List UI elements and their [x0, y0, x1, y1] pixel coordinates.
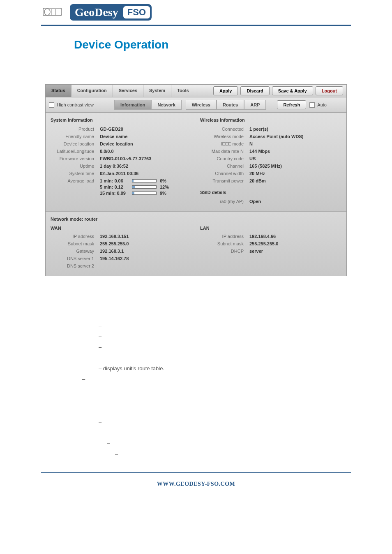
svg-point-1	[44, 9, 50, 15]
load-row: 15 min: 0.09 9%	[100, 191, 169, 196]
refresh-button[interactable]: Refresh	[277, 100, 306, 109]
info-row: Uptime1 day 0:36:52	[51, 164, 192, 169]
network-section: Network mode: router WAN IP address192.1…	[46, 211, 346, 276]
brand-suffix: FSO	[123, 6, 150, 18]
info-row: IP address192.168.4.66	[200, 234, 341, 239]
info-row: Friendly nameDevice name	[51, 134, 192, 139]
wireless-info-column: Wireless information Connected1 peer(s) …	[200, 118, 341, 206]
subtab-network[interactable]: Network	[151, 100, 181, 110]
info-row: System time02-Jan-2011 00:36	[51, 171, 192, 176]
info-row: Gateway192.168.3.1	[51, 249, 192, 254]
description-text: – – – – – displays unit's route table. –…	[74, 289, 318, 459]
lan-column: LAN IP address192.168.4.66 Subnet mask25…	[200, 226, 341, 271]
wan-title: WAN	[51, 226, 192, 231]
load-bar	[132, 185, 157, 189]
high-contrast-toggle[interactable]: High contrast view	[49, 102, 94, 108]
top-buttons: Apply Discard Save & Apply Logout	[210, 85, 346, 97]
sub-tabs-right: Wireless Routes ARP	[186, 100, 266, 110]
auto-label: Auto	[317, 102, 327, 107]
info-row: ra0 (my AP)Open	[200, 199, 341, 204]
main-tabs: Status Configuration Services System Too…	[46, 85, 210, 97]
info-row: Channel165 (5825 MHz)	[200, 164, 341, 169]
refresh-area: Refresh Auto	[277, 100, 343, 109]
system-info-column: System information ProductGD-GEO20 Frien…	[51, 118, 192, 206]
wan-column: WAN IP address192.168.3.151 Subnet mask2…	[51, 226, 192, 271]
load-bar	[132, 179, 157, 182]
tab-status[interactable]: Status	[46, 85, 71, 97]
info-row: Connected1 peer(s)	[200, 127, 341, 132]
info-row: Latitude/Longitude0.0/0.0	[51, 149, 192, 154]
load-pct: 12%	[160, 185, 169, 189]
system-info-title: System information	[51, 118, 192, 122]
info-row: Average load 1 min: 0.06 6% 5 min: 0.12 …	[51, 178, 192, 197]
ssid-title: SSID details	[200, 190, 341, 195]
info-row: ProductGD-GEO20	[51, 127, 192, 132]
info-row: IEEE modeN	[200, 141, 341, 146]
header-divider	[41, 25, 351, 26]
auto-refresh-toggle[interactable]: Auto	[309, 102, 327, 108]
subtab-routes[interactable]: Routes	[217, 100, 244, 110]
sub-bar: High contrast view Information Network W…	[46, 97, 346, 113]
admin-panel: Status Configuration Services System Too…	[45, 84, 347, 276]
tab-configuration[interactable]: Configuration	[71, 85, 113, 97]
apply-button[interactable]: Apply	[213, 86, 238, 95]
contrast-label: High contrast view	[57, 102, 94, 107]
discard-button[interactable]: Discard	[240, 86, 269, 95]
info-row: IP address192.168.3.151	[51, 234, 192, 239]
load-bars: 1 min: 0.06 6% 5 min: 0.12 12% 15 min: 0…	[100, 178, 169, 197]
footer-url: WWW.GEODESY-FSO.COM	[0, 477, 392, 500]
brand-name: GeoDesy	[71, 6, 122, 19]
wireless-info-title: Wireless information	[200, 118, 341, 122]
info-row: Wireless modeAccess Point (auto WDS)	[200, 134, 341, 139]
info-row: DNS server 1195.14.162.78	[51, 256, 192, 261]
lan-title: LAN	[200, 226, 341, 231]
info-row: Subnet mask255.255.255.0	[200, 241, 341, 246]
info-row: Country codeUS	[200, 156, 341, 161]
subtab-wireless[interactable]: Wireless	[186, 100, 217, 110]
top-bar: Status Configuration Services System Too…	[46, 85, 346, 97]
tab-system[interactable]: System	[143, 85, 171, 97]
logo-area: GeoDesy FSO	[41, 4, 152, 21]
network-mode-label: Network mode: router	[51, 217, 341, 222]
tab-services[interactable]: Services	[113, 85, 143, 97]
subtab-information[interactable]: Information	[114, 100, 152, 110]
tab-tools[interactable]: Tools	[171, 85, 195, 97]
info-row: DHCPserver	[200, 249, 341, 254]
save-apply-button[interactable]: Save & Apply	[272, 86, 313, 95]
load-bar	[132, 192, 157, 195]
load-row: 5 min: 0.12 12%	[100, 185, 169, 189]
info-row: Max data rate N144 Mbps	[200, 149, 341, 154]
device-icon	[41, 4, 66, 21]
load-pct: 9%	[160, 191, 166, 196]
info-row: Firmware versionFWBD-0100.v5.77.37763	[51, 156, 192, 161]
checkbox-icon[interactable]	[309, 102, 315, 108]
load-row: 1 min: 0.06 6%	[100, 178, 169, 183]
footer-divider	[41, 472, 351, 473]
info-row: Transmit power20 dBm	[200, 178, 341, 183]
sub-tabs-left: Information Network	[114, 100, 182, 110]
load-pct: 6%	[160, 178, 166, 183]
info-row: Device locationDevice location	[51, 141, 192, 146]
info-row: Subnet mask255.255.255.0	[51, 241, 192, 246]
info-row: DNS server 2	[51, 263, 192, 268]
subtab-arp[interactable]: ARP	[244, 100, 266, 110]
logout-button[interactable]: Logout	[316, 86, 343, 95]
page-title: Device Operation	[74, 38, 318, 51]
info-row: Channel width20 MHz	[200, 171, 341, 176]
checkbox-icon[interactable]	[49, 102, 54, 108]
